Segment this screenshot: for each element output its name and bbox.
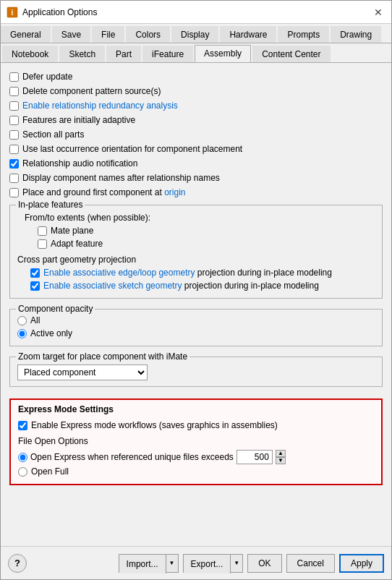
relationship-audio-row: Relationship audio notification xyxy=(9,157,383,170)
tab-save[interactable]: Save xyxy=(52,26,90,43)
export-group: Export... ▼ xyxy=(183,554,244,573)
title-bar: i Application Options ✕ xyxy=(1,1,391,24)
tab-sketch[interactable]: Sketch xyxy=(59,46,105,62)
spinner-down-arrow[interactable]: ▼ xyxy=(276,457,286,464)
place-ground-checkbox[interactable] xyxy=(9,188,19,197)
import-button[interactable]: Import... xyxy=(119,555,166,573)
spinner-up-arrow[interactable]: ▲ xyxy=(276,450,286,457)
main-content: Defer update Delete component pattern so… xyxy=(1,63,391,546)
cancel-button[interactable]: Cancel xyxy=(286,554,335,573)
tab-part[interactable]: Part xyxy=(106,46,141,62)
mate-plane-label[interactable]: Mate plane xyxy=(51,226,93,236)
help-button[interactable]: ? xyxy=(8,554,27,573)
place-ground-label[interactable]: Place and ground first component at orig… xyxy=(22,187,185,197)
last-occurrence-checkbox[interactable] xyxy=(9,145,19,154)
open-full-radio[interactable] xyxy=(18,467,27,477)
import-dropdown-button[interactable]: ▼ xyxy=(166,555,178,572)
mate-plane-checkbox[interactable] xyxy=(38,226,47,236)
svg-text:i: i xyxy=(12,9,14,17)
tab-drawing[interactable]: Drawing xyxy=(331,26,381,43)
tab-prompts[interactable]: Prompts xyxy=(278,26,329,43)
enable-redundancy-row: Enable relationship redundancy analysis xyxy=(9,99,383,112)
defer-update-label[interactable]: Defer update xyxy=(22,72,72,82)
enable-express-row: Enable Express mode workflows (saves gra… xyxy=(18,419,374,432)
tab-display[interactable]: Display xyxy=(171,26,218,43)
tab-assembly[interactable]: Assembly xyxy=(195,45,251,62)
opacity-all-row: All xyxy=(17,314,375,327)
bottom-bar: ? Import... ▼ Export... ▼ OK Cancel Appl… xyxy=(1,546,391,579)
tab-ifeature[interactable]: iFeature xyxy=(142,46,193,62)
zoom-target-dropdown-row: Placed component All components None xyxy=(17,364,375,380)
section-all-parts-label[interactable]: Section all parts xyxy=(22,129,84,140)
features-adaptive-label[interactable]: Features are initially adaptive xyxy=(22,115,135,125)
ok-button[interactable]: OK xyxy=(247,554,281,573)
redundancy-link[interactable]: Enable relationship redundancy analysis xyxy=(22,101,178,111)
section-all-parts-row: Section all parts xyxy=(9,128,383,141)
spinner-arrows: ▲ ▼ xyxy=(276,450,286,464)
enable-express-checkbox[interactable] xyxy=(18,421,27,430)
open-express-radio[interactable] xyxy=(18,453,27,462)
opacity-active-radio[interactable] xyxy=(17,329,27,338)
close-button[interactable]: ✕ xyxy=(371,5,385,20)
display-component-names-checkbox[interactable] xyxy=(9,174,19,183)
display-component-names-label[interactable]: Display component names after relationsh… xyxy=(22,173,220,183)
cross-part-checkboxes: Enable associative edge/loop geometry pr… xyxy=(30,266,375,292)
origin-link[interactable]: origin xyxy=(164,187,185,197)
express-mode-settings-box: Express Mode Settings Enable Express mod… xyxy=(9,398,383,485)
cross-part-label: Cross part geometry projection xyxy=(17,255,375,265)
express-threshold-input[interactable] xyxy=(237,450,273,464)
adapt-feature-row: Adapt feature xyxy=(38,237,375,250)
section-all-parts-checkbox[interactable] xyxy=(9,130,19,140)
component-opacity-group: Component opacity All Active only xyxy=(9,309,383,346)
opacity-all-radio[interactable] xyxy=(17,316,27,325)
open-full-row: Open Full xyxy=(18,465,374,478)
place-ground-row: Place and ground first component at orig… xyxy=(9,186,383,199)
sketch-geo-label[interactable]: Enable associative sketch geometry proje… xyxy=(43,281,319,291)
tab-colors[interactable]: Colors xyxy=(126,26,170,43)
last-occurrence-row: Use last occurrence orientation for comp… xyxy=(9,142,383,155)
tab-notebook[interactable]: Notebook xyxy=(2,46,58,62)
tabs-row1: General Save File Colors Display Hardwar… xyxy=(1,24,391,43)
relationship-audio-label[interactable]: Relationship audio notification xyxy=(22,158,137,169)
fromto-subgroup: From/to extents (when possible): Mate pl… xyxy=(25,213,375,250)
delete-pattern-checkbox[interactable] xyxy=(9,87,19,96)
enable-redundancy-checkbox[interactable] xyxy=(9,101,19,111)
component-opacity-title: Component opacity xyxy=(16,304,95,314)
cross-part-subgroup: Cross part geometry projection Enable as… xyxy=(17,255,375,292)
adapt-feature-label[interactable]: Adapt feature xyxy=(51,239,103,249)
relationship-audio-checkbox[interactable] xyxy=(9,159,19,169)
apply-button[interactable]: Apply xyxy=(339,554,384,573)
import-group: Import... ▼ xyxy=(119,554,179,573)
tab-file[interactable]: File xyxy=(92,26,124,43)
sketch-geo-checkbox[interactable] xyxy=(30,281,40,291)
delete-pattern-label[interactable]: Delete component pattern source(s) xyxy=(22,86,161,96)
features-adaptive-checkbox[interactable] xyxy=(9,116,19,125)
export-button[interactable]: Export... xyxy=(184,555,231,573)
features-adaptive-row: Features are initially adaptive xyxy=(9,114,383,127)
adapt-feature-checkbox[interactable] xyxy=(38,239,47,249)
opacity-all-label[interactable]: All xyxy=(30,315,40,325)
edge-loop-label[interactable]: Enable associative edge/loop geometry pr… xyxy=(43,268,332,278)
tab-general[interactable]: General xyxy=(1,26,51,43)
open-express-label[interactable]: Open Express when referenced unique file… xyxy=(30,452,234,462)
export-dropdown-button[interactable]: ▼ xyxy=(231,555,242,572)
sketch-geo-link[interactable]: Enable associative sketch geometry xyxy=(43,281,182,291)
edge-loop-row: Enable associative edge/loop geometry pr… xyxy=(30,266,375,279)
edge-loop-checkbox[interactable] xyxy=(30,268,40,278)
tab-hardware[interactable]: Hardware xyxy=(220,26,276,43)
application-options-dialog: i Application Options ✕ General Save Fil… xyxy=(0,0,392,580)
edge-loop-link[interactable]: Enable associative edge/loop geometry xyxy=(43,268,195,278)
enable-express-label[interactable]: Enable Express mode workflows (saves gra… xyxy=(31,420,278,430)
last-occurrence-label[interactable]: Use last occurrence orientation for comp… xyxy=(22,144,242,154)
defer-update-checkbox[interactable] xyxy=(9,72,19,82)
zoom-target-dropdown[interactable]: Placed component All components None xyxy=(17,364,148,380)
open-express-row: Open Express when referenced unique file… xyxy=(18,449,374,465)
mate-plane-row: Mate plane xyxy=(38,224,375,237)
enable-redundancy-label[interactable]: Enable relationship redundancy analysis xyxy=(22,101,178,111)
inplace-features-group: In-place features From/to extents (when … xyxy=(9,205,383,299)
tab-content-center[interactable]: Content Center xyxy=(252,46,330,62)
opacity-active-label[interactable]: Active only xyxy=(30,328,72,338)
zoom-target-group: Zoom target for place component with iMa… xyxy=(9,357,383,387)
display-component-names-row: Display component names after relationsh… xyxy=(9,171,383,184)
open-full-label[interactable]: Open Full xyxy=(31,466,69,477)
